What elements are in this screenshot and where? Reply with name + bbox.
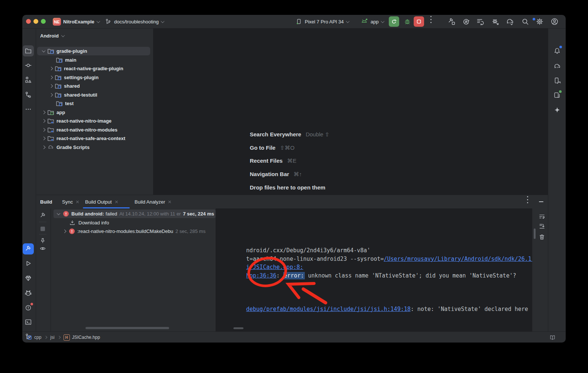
build-root-row[interactable]: Build android: failed At 14.10.24, 12:00… bbox=[54, 210, 216, 218]
tool-problems[interactable] bbox=[23, 302, 34, 313]
close-icon[interactable] bbox=[115, 200, 118, 204]
tool-gemini[interactable] bbox=[552, 104, 563, 116]
console-horizontal-scrollbar[interactable] bbox=[233, 327, 243, 329]
tool-pull-requests[interactable] bbox=[23, 89, 34, 100]
file-link[interactable]: hpp:36:36 bbox=[246, 272, 276, 279]
active-tab-underline bbox=[83, 207, 130, 208]
panel-divider bbox=[51, 208, 51, 332]
chevron-right-icon[interactable] bbox=[49, 75, 53, 79]
android-studio-window: NE NitroExample docs/troubleshooting Pix… bbox=[22, 15, 566, 343]
tab-build-analyzer[interactable]: Build Analyzer bbox=[135, 195, 171, 208]
project-selector[interactable]: NitroExample bbox=[63, 15, 100, 28]
toolbar-separator bbox=[39, 222, 46, 222]
close-icon[interactable] bbox=[168, 200, 171, 204]
macos-zoom-button[interactable] bbox=[41, 19, 46, 24]
tab-label: Sync bbox=[62, 199, 73, 205]
view-options-button[interactable] bbox=[38, 243, 48, 254]
tool-notifications[interactable] bbox=[552, 45, 563, 56]
settings-button[interactable] bbox=[536, 15, 544, 28]
chevron-down-icon[interactable] bbox=[57, 211, 61, 215]
chevron-right-icon[interactable] bbox=[42, 145, 46, 149]
close-icon[interactable] bbox=[76, 200, 79, 204]
tool-gradle[interactable] bbox=[552, 61, 563, 72]
tree-item-label: react-native-nitro-image bbox=[56, 118, 112, 124]
tool-run[interactable] bbox=[23, 258, 34, 269]
rerun-button[interactable] bbox=[389, 16, 399, 27]
chevron-right-icon[interactable] bbox=[42, 128, 46, 132]
clear-console-button[interactable] bbox=[537, 232, 547, 242]
tool-app-quality-insights[interactable] bbox=[23, 273, 34, 284]
branch-selector[interactable]: docs/troubleshooting bbox=[105, 15, 164, 28]
search-everywhere-button[interactable] bbox=[521, 15, 529, 28]
tree-item-react-native-nitro-modules[interactable]: react-native-nitro-modules bbox=[37, 126, 150, 134]
breadcrumb-file[interactable]: JSICache.hpp bbox=[72, 335, 100, 340]
attach-debugger-button[interactable] bbox=[491, 15, 500, 28]
apply-code-changes-button[interactable] bbox=[476, 15, 484, 28]
stop-button[interactable] bbox=[414, 16, 424, 27]
tree-item-react-native-nitro-image[interactable]: react-native-nitro-image bbox=[37, 117, 150, 125]
code-changes-list-icon bbox=[476, 17, 484, 26]
tool-logcat[interactable] bbox=[23, 288, 34, 299]
macos-close-button[interactable] bbox=[26, 19, 31, 24]
console-line: i/JSICache.cpp:8: bbox=[219, 257, 303, 265]
console-vertical-scrollbar[interactable] bbox=[534, 228, 536, 239]
tool-build[interactable] bbox=[23, 243, 34, 254]
tool-more[interactable] bbox=[23, 104, 34, 115]
tool-terminal[interactable] bbox=[23, 317, 34, 328]
tree-item-main[interactable]: main bbox=[37, 56, 150, 64]
profile-button[interactable] bbox=[550, 15, 559, 28]
tree-item-app[interactable]: app bbox=[37, 108, 150, 117]
stop-build-button-disabled[interactable] bbox=[38, 224, 48, 234]
reader-mode-button[interactable] bbox=[547, 332, 558, 343]
file-link[interactable]: /Users/mrousavy/Library/Android/sdk/ndk/… bbox=[384, 256, 532, 262]
tree-horizontal-scrollbar[interactable] bbox=[85, 327, 169, 329]
tree-item-gradle-scripts[interactable]: Gradle Scripts bbox=[37, 143, 150, 152]
tree-item-react-native-gradle-plugin[interactable]: react-native-gradle-plugin bbox=[37, 64, 150, 73]
tab-build-output[interactable]: Build Output bbox=[85, 195, 118, 208]
chevron-right-icon[interactable] bbox=[42, 110, 46, 114]
chevron-right-icon[interactable] bbox=[49, 84, 53, 88]
tool-project[interactable] bbox=[23, 45, 34, 56]
run-more-actions-kebab[interactable] bbox=[430, 15, 432, 28]
tool-device-manager[interactable] bbox=[552, 75, 563, 86]
tree-item-shared[interactable]: shared bbox=[37, 82, 150, 90]
tree-item-gradle-plugin[interactable]: gradle-plugin bbox=[37, 47, 150, 55]
build-options-kebab[interactable] bbox=[527, 195, 528, 208]
hide-tool-window-button[interactable] bbox=[536, 197, 546, 207]
apply-changes-button[interactable] bbox=[462, 15, 470, 28]
device-selector[interactable]: Pixel 7 Pro API 34 bbox=[295, 15, 349, 28]
chevron-right-icon[interactable] bbox=[42, 137, 46, 140]
build-cmake-task-row[interactable]: :react-native-nitro-modules:buildCMakeDe… bbox=[54, 227, 216, 236]
macos-minimize-button[interactable] bbox=[33, 19, 38, 24]
tree-item-shared-testutil[interactable]: shared-testutil bbox=[37, 91, 150, 99]
breadcrumb-jsi[interactable]: jsi bbox=[50, 335, 54, 340]
build-project-button[interactable] bbox=[448, 15, 456, 28]
file-link[interactable]: debug/prefab/modules/jsi/include/jsi/jsi… bbox=[246, 306, 411, 312]
gradle-sync-button[interactable] bbox=[506, 15, 514, 28]
shortcut-row: Go to File ⇧⌘O bbox=[250, 145, 294, 152]
tool-structure[interactable] bbox=[23, 74, 34, 85]
tree-item-label: gradle-plugin bbox=[56, 48, 87, 54]
tool-commit[interactable] bbox=[23, 60, 34, 71]
rerun-build-button[interactable] bbox=[38, 210, 48, 221]
tree-item-test[interactable]: test bbox=[37, 99, 150, 108]
scroll-to-end-button[interactable] bbox=[537, 221, 547, 231]
breadcrumb-cpp[interactable]: cpp bbox=[34, 335, 41, 340]
chevron-down-icon[interactable] bbox=[42, 49, 46, 52]
tab-sync[interactable]: Sync bbox=[62, 195, 79, 208]
project-view-selector[interactable]: Android bbox=[40, 28, 64, 43]
console-line: debug/prefab/modules/jsi/include/jsi/jsi… bbox=[219, 299, 528, 307]
folder-icon bbox=[25, 47, 32, 55]
tree-item-react-native-safe-area-context[interactable]: react-native-safe-area-context bbox=[37, 134, 150, 143]
build-download-info-row[interactable]: Download info bbox=[54, 218, 216, 227]
tool-running-devices[interactable] bbox=[552, 90, 563, 101]
chevron-right-icon[interactable] bbox=[42, 119, 46, 123]
tree-item-settings-plugin[interactable]: settings-plugin bbox=[37, 73, 150, 82]
run-config-selector[interactable]: app bbox=[361, 15, 384, 28]
error-icon bbox=[69, 228, 75, 234]
soft-wrap-button[interactable] bbox=[537, 211, 547, 222]
chevron-right-icon[interactable] bbox=[49, 93, 53, 97]
chevron-right-icon[interactable] bbox=[49, 67, 53, 71]
debug-button[interactable] bbox=[402, 16, 413, 27]
chevron-right-icon[interactable] bbox=[63, 230, 67, 233]
